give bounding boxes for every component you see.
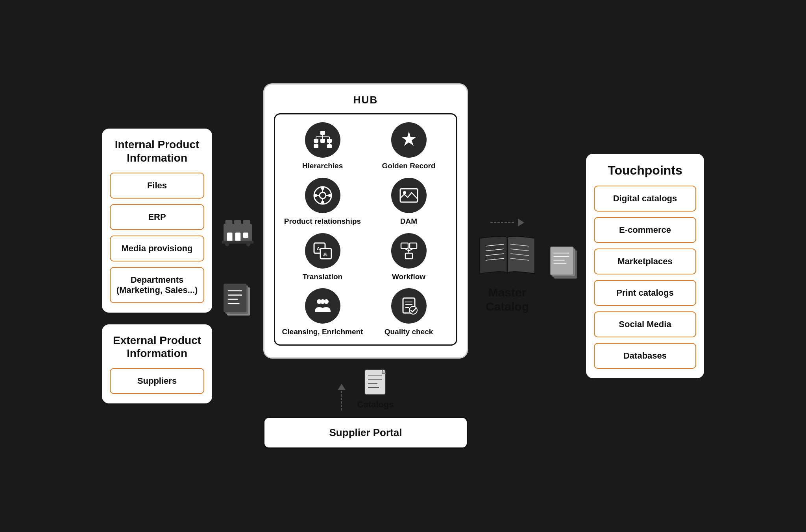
svg-rect-46 — [401, 243, 408, 249]
svg-point-41 — [403, 191, 406, 194]
svg-rect-18 — [314, 139, 318, 143]
databases-item: Databases — [594, 343, 696, 369]
hub-item-cleansing: Cleansing, Enrichment — [281, 288, 364, 337]
hub-inner-box: Hierarchies Golden Record — [274, 113, 457, 346]
dashed-h-line — [490, 222, 514, 223]
hub-item-quality: Quality check — [368, 288, 450, 337]
golden-record-label: Golden Record — [382, 162, 435, 171]
document-stack-icon — [220, 280, 255, 319]
marketplaces-item: Marketplaces — [594, 249, 696, 274]
hub-label: HUB — [274, 94, 457, 106]
social-media-item: Social Media — [594, 311, 696, 337]
svg-rect-26 — [327, 144, 332, 148]
svg-point-37 — [321, 201, 324, 204]
product-rel-circle — [305, 178, 340, 213]
svg-point-39 — [328, 194, 331, 197]
hierarchies-label: Hierarchies — [302, 162, 343, 171]
svg-rect-48 — [405, 253, 412, 259]
hierarchies-circle — [305, 122, 340, 158]
dam-label: DAM — [400, 217, 417, 226]
golden-record-circle — [391, 122, 427, 158]
svg-point-54 — [320, 299, 325, 304]
dam-circle — [391, 178, 427, 213]
hub-grid: Hierarchies Golden Record — [281, 122, 450, 337]
supplier-portal-box: Supplier Portal — [263, 417, 468, 449]
catalogs-row: Catalogs — [338, 366, 394, 413]
ecommerce-item: E-commerce — [594, 217, 696, 243]
translation-circle: A あ — [305, 233, 340, 269]
media-item: Media provisiong — [110, 236, 204, 261]
cleansing-label: Cleansing, Enrichment — [282, 328, 363, 337]
cleansing-circle — [305, 288, 340, 324]
catalogs-document-icon — [362, 366, 389, 398]
external-title: External Product Information — [110, 334, 204, 360]
svg-rect-19 — [320, 139, 325, 143]
svg-rect-25 — [314, 144, 318, 148]
svg-point-31 — [320, 192, 326, 199]
hub-wrapper: HUB — [263, 83, 468, 449]
hub-item-workflow: Workflow — [368, 233, 450, 282]
quality-circle — [391, 288, 427, 324]
main-canvas: Internal Product Information Files ERP M… — [0, 0, 806, 532]
hub-item-golden-record: Golden Record — [368, 122, 450, 171]
internal-product-section: Internal Product Information Files ERP M… — [102, 129, 212, 312]
touchpoints-column: Touchpoints Digital catalogs E-commerce … — [586, 154, 704, 378]
svg-rect-12 — [224, 283, 247, 312]
digital-catalogs-item: Digital catalogs — [594, 186, 696, 212]
arrow-up-triangle — [338, 384, 346, 390]
mc-wrapper: MasterCatalog — [476, 219, 539, 314]
svg-point-36 — [321, 187, 324, 190]
suppliers-item: Suppliers — [110, 368, 204, 394]
svg-marker-29 — [401, 131, 416, 146]
workflow-circle — [391, 233, 427, 269]
right-connector — [547, 247, 586, 286]
internal-title: Internal Product Information — [110, 138, 204, 164]
svg-rect-5 — [235, 232, 241, 241]
svg-text:あ: あ — [323, 252, 327, 256]
svg-rect-76 — [551, 247, 574, 275]
hub-item-hierarchies: Hierarchies — [281, 122, 364, 171]
quality-label: Quality check — [385, 328, 433, 337]
svg-rect-6 — [243, 232, 249, 238]
svg-point-9 — [246, 242, 251, 246]
supplier-portal-area: Catalogs Supplier Portal — [263, 366, 468, 449]
hub-outer-box: HUB — [263, 83, 468, 359]
hub-item-dam: DAM — [368, 178, 450, 226]
right-connector-doc-icon — [549, 247, 584, 286]
touchpoints-title: Touchpoints — [594, 163, 696, 178]
hub-item-translation: A あ Translation — [281, 233, 364, 282]
dashed-line — [341, 391, 342, 411]
dashed-arrow — [338, 384, 346, 411]
svg-rect-47 — [410, 243, 417, 249]
svg-rect-1 — [226, 220, 233, 226]
left-column: Internal Product Information Files ERP M… — [102, 129, 212, 403]
svg-point-38 — [314, 194, 317, 197]
external-product-section: External Product Information Suppliers — [102, 324, 212, 403]
master-catalog-area: MasterCatalog — [468, 219, 547, 314]
touchpoints-box: Touchpoints Digital catalogs E-commerce … — [586, 154, 704, 378]
svg-point-8 — [225, 242, 229, 246]
svg-rect-3 — [243, 220, 250, 226]
svg-text:A: A — [317, 246, 320, 251]
departments-item: Departments(Marketing, Sales...) — [110, 267, 204, 303]
catalogs-icon-area: Catalogs — [357, 366, 394, 410]
workflow-label: Workflow — [392, 272, 425, 282]
product-rel-label: Product relationships — [284, 217, 361, 226]
svg-rect-2 — [234, 220, 241, 226]
svg-rect-17 — [320, 131, 325, 135]
arrow-right — [518, 219, 524, 226]
translation-label: Translation — [303, 272, 342, 282]
master-catalog-label: MasterCatalog — [486, 285, 529, 314]
svg-rect-20 — [327, 139, 332, 143]
left-connectors — [212, 213, 263, 319]
cart-connector — [220, 213, 255, 249]
mc-arrow-row — [490, 219, 524, 226]
cart-icon — [220, 213, 255, 249]
erp-item: ERP — [110, 204, 204, 230]
print-catalogs-item: Print catalogs — [594, 280, 696, 306]
hub-item-product-rel: Product relationships — [281, 178, 364, 226]
catalogs-label: Catalogs — [357, 399, 394, 410]
document-connector — [220, 280, 255, 319]
svg-rect-4 — [227, 232, 233, 241]
book-icon — [476, 230, 539, 282]
